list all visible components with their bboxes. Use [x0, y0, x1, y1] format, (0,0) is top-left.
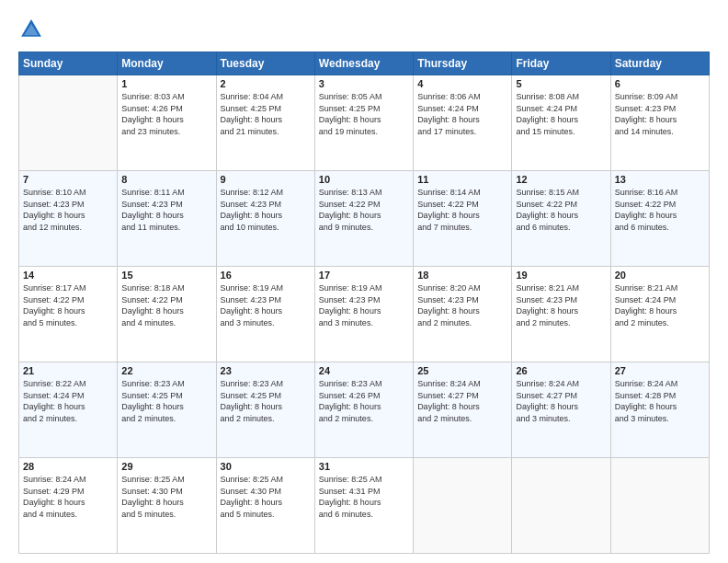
day-info: Sunrise: 8:20 AM Sunset: 4:23 PM Dayligh…	[417, 282, 507, 328]
day-number: 3	[319, 78, 409, 89]
day-number: 14	[23, 270, 113, 281]
calendar-cell: 20Sunrise: 8:21 AM Sunset: 4:24 PM Dayli…	[610, 267, 709, 362]
logo	[18, 17, 48, 42]
day-info: Sunrise: 8:13 AM Sunset: 4:22 PM Dayligh…	[319, 187, 409, 233]
day-info: Sunrise: 8:23 AM Sunset: 4:26 PM Dayligh…	[319, 378, 409, 424]
day-info: Sunrise: 8:05 AM Sunset: 4:25 PM Dayligh…	[319, 91, 409, 137]
day-number: 2	[221, 78, 311, 89]
day-info: Sunrise: 8:09 AM Sunset: 4:23 PM Dayligh…	[615, 91, 705, 137]
calendar-header-row: SundayMondayTuesdayWednesdayThursdayFrid…	[19, 52, 710, 75]
calendar-cell: 22Sunrise: 8:23 AM Sunset: 4:25 PM Dayli…	[118, 362, 216, 458]
calendar-cell: 8Sunrise: 8:11 AM Sunset: 4:23 PM Daylig…	[118, 171, 216, 267]
calendar-cell	[414, 458, 512, 554]
day-number: 4	[417, 78, 507, 89]
calendar-week-4: 21Sunrise: 8:22 AM Sunset: 4:24 PM Dayli…	[19, 362, 710, 458]
day-number: 31	[319, 461, 409, 472]
day-number: 30	[221, 461, 311, 472]
day-number: 6	[615, 78, 705, 89]
day-number: 18	[417, 270, 507, 281]
day-info: Sunrise: 8:25 AM Sunset: 4:30 PM Dayligh…	[221, 474, 311, 520]
day-info: Sunrise: 8:22 AM Sunset: 4:24 PM Dayligh…	[23, 378, 113, 424]
calendar-week-5: 28Sunrise: 8:24 AM Sunset: 4:29 PM Dayli…	[19, 458, 710, 554]
calendar-cell: 23Sunrise: 8:23 AM Sunset: 4:25 PM Dayli…	[216, 362, 314, 458]
day-number: 9	[221, 174, 311, 185]
calendar-cell: 16Sunrise: 8:19 AM Sunset: 4:23 PM Dayli…	[216, 267, 314, 362]
day-number: 28	[23, 461, 113, 472]
day-info: Sunrise: 8:21 AM Sunset: 4:24 PM Dayligh…	[615, 282, 705, 328]
day-number: 1	[121, 78, 211, 89]
calendar-cell: 17Sunrise: 8:19 AM Sunset: 4:23 PM Dayli…	[314, 267, 413, 362]
day-number: 12	[516, 174, 606, 185]
calendar-cell: 26Sunrise: 8:24 AM Sunset: 4:27 PM Dayli…	[512, 362, 610, 458]
day-number: 15	[121, 270, 211, 281]
calendar-cell: 15Sunrise: 8:18 AM Sunset: 4:22 PM Dayli…	[118, 267, 216, 362]
day-number: 26	[516, 365, 606, 376]
calendar-cell: 27Sunrise: 8:24 AM Sunset: 4:28 PM Dayli…	[610, 362, 709, 458]
day-info: Sunrise: 8:03 AM Sunset: 4:26 PM Dayligh…	[121, 91, 211, 137]
day-number: 7	[23, 174, 113, 185]
day-number: 29	[121, 461, 211, 472]
calendar-header-sunday: Sunday	[19, 52, 118, 75]
header	[18, 17, 710, 42]
day-info: Sunrise: 8:17 AM Sunset: 4:22 PM Dayligh…	[23, 282, 113, 328]
day-info: Sunrise: 8:25 AM Sunset: 4:31 PM Dayligh…	[319, 474, 409, 520]
day-number: 10	[319, 174, 409, 185]
day-info: Sunrise: 8:04 AM Sunset: 4:25 PM Dayligh…	[221, 91, 311, 137]
calendar-cell: 13Sunrise: 8:16 AM Sunset: 4:22 PM Dayli…	[610, 171, 709, 267]
calendar-week-1: 1Sunrise: 8:03 AM Sunset: 4:26 PM Daylig…	[19, 75, 710, 171]
day-number: 25	[417, 365, 507, 376]
day-number: 17	[319, 270, 409, 281]
calendar-week-2: 7Sunrise: 8:10 AM Sunset: 4:23 PM Daylig…	[19, 171, 710, 267]
calendar-cell	[512, 458, 610, 554]
day-info: Sunrise: 8:15 AM Sunset: 4:22 PM Dayligh…	[516, 187, 606, 233]
calendar-cell	[610, 458, 709, 554]
calendar-header-saturday: Saturday	[610, 52, 709, 75]
day-info: Sunrise: 8:24 AM Sunset: 4:28 PM Dayligh…	[615, 378, 705, 424]
day-info: Sunrise: 8:18 AM Sunset: 4:22 PM Dayligh…	[121, 282, 211, 328]
day-info: Sunrise: 8:23 AM Sunset: 4:25 PM Dayligh…	[221, 378, 311, 424]
calendar-cell: 24Sunrise: 8:23 AM Sunset: 4:26 PM Dayli…	[314, 362, 413, 458]
day-info: Sunrise: 8:24 AM Sunset: 4:29 PM Dayligh…	[23, 474, 113, 520]
day-info: Sunrise: 8:23 AM Sunset: 4:25 PM Dayligh…	[121, 378, 211, 424]
day-number: 5	[516, 78, 606, 89]
calendar-cell: 9Sunrise: 8:12 AM Sunset: 4:23 PM Daylig…	[216, 171, 314, 267]
calendar-cell: 10Sunrise: 8:13 AM Sunset: 4:22 PM Dayli…	[314, 171, 413, 267]
calendar-cell: 3Sunrise: 8:05 AM Sunset: 4:25 PM Daylig…	[314, 75, 413, 171]
calendar-cell: 6Sunrise: 8:09 AM Sunset: 4:23 PM Daylig…	[610, 75, 709, 171]
calendar-header-monday: Monday	[118, 52, 216, 75]
calendar: SundayMondayTuesdayWednesdayThursdayFrid…	[18, 52, 710, 554]
day-number: 11	[417, 174, 507, 185]
day-number: 13	[615, 174, 705, 185]
calendar-cell: 21Sunrise: 8:22 AM Sunset: 4:24 PM Dayli…	[19, 362, 118, 458]
calendar-cell: 19Sunrise: 8:21 AM Sunset: 4:23 PM Dayli…	[512, 267, 610, 362]
day-info: Sunrise: 8:12 AM Sunset: 4:23 PM Dayligh…	[221, 187, 311, 233]
day-info: Sunrise: 8:08 AM Sunset: 4:24 PM Dayligh…	[516, 91, 606, 137]
calendar-cell: 1Sunrise: 8:03 AM Sunset: 4:26 PM Daylig…	[118, 75, 216, 171]
day-info: Sunrise: 8:24 AM Sunset: 4:27 PM Dayligh…	[516, 378, 606, 424]
day-info: Sunrise: 8:14 AM Sunset: 4:22 PM Dayligh…	[417, 187, 507, 233]
day-info: Sunrise: 8:24 AM Sunset: 4:27 PM Dayligh…	[417, 378, 507, 424]
calendar-cell: 4Sunrise: 8:06 AM Sunset: 4:24 PM Daylig…	[414, 75, 512, 171]
calendar-cell: 31Sunrise: 8:25 AM Sunset: 4:31 PM Dayli…	[314, 458, 413, 554]
day-number: 20	[615, 270, 705, 281]
page: SundayMondayTuesdayWednesdayThursdayFrid…	[0, 0, 728, 563]
day-info: Sunrise: 8:06 AM Sunset: 4:24 PM Dayligh…	[417, 91, 507, 137]
calendar-cell	[19, 75, 118, 171]
day-info: Sunrise: 8:21 AM Sunset: 4:23 PM Dayligh…	[516, 282, 606, 328]
calendar-cell: 28Sunrise: 8:24 AM Sunset: 4:29 PM Dayli…	[19, 458, 118, 554]
calendar-cell: 18Sunrise: 8:20 AM Sunset: 4:23 PM Dayli…	[414, 267, 512, 362]
calendar-cell: 12Sunrise: 8:15 AM Sunset: 4:22 PM Dayli…	[512, 171, 610, 267]
day-info: Sunrise: 8:19 AM Sunset: 4:23 PM Dayligh…	[221, 282, 311, 328]
calendar-header-wednesday: Wednesday	[314, 52, 413, 75]
day-info: Sunrise: 8:25 AM Sunset: 4:30 PM Dayligh…	[121, 474, 211, 520]
calendar-cell: 2Sunrise: 8:04 AM Sunset: 4:25 PM Daylig…	[216, 75, 314, 171]
calendar-header-friday: Friday	[512, 52, 610, 75]
calendar-week-3: 14Sunrise: 8:17 AM Sunset: 4:22 PM Dayli…	[19, 267, 710, 362]
day-number: 21	[23, 365, 113, 376]
day-number: 8	[121, 174, 211, 185]
day-number: 24	[319, 365, 409, 376]
day-number: 22	[121, 365, 211, 376]
calendar-cell: 7Sunrise: 8:10 AM Sunset: 4:23 PM Daylig…	[19, 171, 118, 267]
day-number: 23	[221, 365, 311, 376]
calendar-header-tuesday: Tuesday	[216, 52, 314, 75]
